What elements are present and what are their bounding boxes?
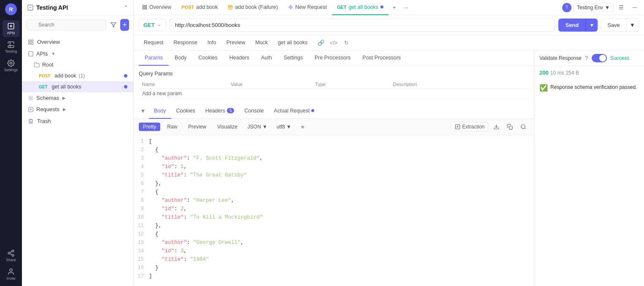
sidebar-requests-section[interactable]: Requests ▶	[22, 104, 133, 115]
param-tab-params[interactable]: Params	[139, 51, 169, 66]
send-group: Send ▼	[558, 19, 598, 32]
req-tab-info[interactable]: Info	[202, 35, 221, 51]
copy-button[interactable]	[504, 121, 515, 132]
more-tabs-button[interactable]: ···	[400, 2, 412, 13]
json-type-selector[interactable]: JSON ▼	[244, 123, 271, 131]
req-tab-get-all-books[interactable]: get all books	[273, 35, 313, 51]
minimize-button[interactable]: ─	[629, 2, 641, 13]
add-button[interactable]: +	[120, 19, 129, 31]
sidebar-apis-section[interactable]: APIs ▼	[22, 48, 133, 59]
sidebar-trash[interactable]: Trash	[22, 115, 133, 127]
add-param-row[interactable]: Add a new param	[139, 89, 529, 99]
sidebar-item-settings[interactable]: Settings	[3, 57, 19, 74]
svg-rect-13	[31, 43, 33, 44]
add-tab-button[interactable]: +	[388, 2, 400, 13]
refresh-icon-button[interactable]: ↻	[341, 38, 351, 48]
sidebar-item-invite[interactable]: Invite	[3, 266, 19, 283]
help-icon[interactable]: ?	[585, 55, 588, 61]
link-icon-button[interactable]: 🔗	[316, 38, 326, 48]
tree-get-all-books[interactable]: GET get all books	[22, 81, 133, 92]
hamburger-button[interactable]: ☰	[615, 2, 627, 13]
search-wrapper: 🔍	[26, 19, 106, 30]
send-button[interactable]: Send	[558, 19, 585, 32]
svg-rect-22	[143, 8, 145, 9]
save-button[interactable]: Save	[601, 19, 626, 32]
sidebar-item-share[interactable]: Share	[3, 247, 19, 264]
overview-icon	[28, 39, 34, 45]
encoding-selector[interactable]: utf8 ▼	[273, 123, 295, 131]
tab-post-add-book[interactable]: POST add book	[176, 0, 223, 15]
param-tab-pre-processors[interactable]: Pre Processors	[309, 51, 356, 66]
get-tab-badge: GET	[337, 5, 347, 10]
download-button[interactable]	[491, 121, 502, 132]
save-chevron-button[interactable]: ▼	[626, 19, 639, 32]
wrap-button[interactable]: ≡	[297, 121, 308, 132]
format-preview-button[interactable]: Preview	[184, 123, 210, 131]
filter-button[interactable]	[109, 19, 118, 31]
param-tab-auth[interactable]: Auth	[255, 51, 278, 66]
param-tabs: Params Body Cookies Headers Auth Setting…	[134, 51, 534, 66]
sidebar-chevron-icon[interactable]: ⌃	[124, 5, 128, 11]
sidebar-item-testing[interactable]: Testing	[3, 39, 19, 56]
send-chevron-button[interactable]: ▼	[585, 19, 598, 32]
params-table: Name Value Type Description Add a new pa…	[139, 80, 529, 99]
svg-line-5	[10, 254, 12, 255]
tree-post-add-book[interactable]: POST add book (1)	[22, 70, 133, 81]
format-pretty-button[interactable]: Pretty	[139, 123, 160, 131]
req-tab-mock[interactable]: Mock	[250, 35, 273, 51]
param-tab-settings[interactable]: Settings	[278, 51, 309, 66]
response-tab-cookies[interactable]: Cookies	[171, 104, 200, 119]
param-tab-headers[interactable]: Headers	[224, 51, 255, 66]
search-input[interactable]	[26, 19, 106, 30]
svg-point-1	[10, 62, 12, 64]
sidebar-header: Testing API ⌃	[22, 0, 133, 16]
apis-icon	[28, 51, 34, 57]
response-area: ▼ Body Cookies Headers 5 Console	[134, 104, 534, 286]
get-tab-dot	[380, 5, 383, 8]
encoding-chevron-icon: ▼	[286, 124, 291, 130]
collapse-button[interactable]: ▼	[139, 108, 147, 114]
env-avatar: T	[562, 3, 571, 12]
format-visualize-button[interactable]: Visualize	[213, 123, 242, 131]
requests-icon	[28, 107, 34, 112]
tab-get-all-books[interactable]: GET get all books	[332, 0, 388, 15]
post-dot	[124, 74, 127, 78]
response-tab-console[interactable]: Console	[239, 104, 269, 119]
user-avatar[interactable]: R	[5, 3, 17, 15]
tab-add-book-failure[interactable]: add book (Failure)	[223, 0, 283, 15]
req-tab-response[interactable]: Response	[169, 35, 202, 51]
code-line: 14 "id": 3,	[134, 248, 534, 257]
sidebar-schemas-section[interactable]: Schemas ▶	[22, 92, 133, 104]
sidebar-search-row: 🔍 +	[22, 16, 133, 34]
param-tab-post-processors[interactable]: Post Processors	[356, 51, 407, 66]
response-tab-body[interactable]: Body	[149, 104, 171, 119]
sidebar-item-apis[interactable]: APIs	[3, 20, 19, 37]
code-line: 2 {	[134, 147, 534, 155]
toggle-knob	[599, 55, 606, 61]
req-tab-request[interactable]: Request	[139, 35, 169, 51]
req-tab-preview[interactable]: Preview	[221, 35, 250, 51]
tab-overview[interactable]: Overview	[137, 0, 176, 15]
col-type: Type	[312, 80, 389, 89]
extraction-button[interactable]: Extraction	[451, 122, 488, 131]
svg-point-15	[30, 97, 31, 98]
validate-toggle[interactable]	[592, 54, 607, 62]
tree-root[interactable]: Root	[22, 59, 133, 70]
check-icon: ✅	[539, 84, 548, 92]
response-tab-actual-request[interactable]: Actual Request	[269, 104, 319, 119]
param-tab-cookies[interactable]: Cookies	[193, 51, 224, 66]
env-selector[interactable]: Testing Env ▼	[573, 3, 614, 12]
response-tab-headers[interactable]: Headers 5	[200, 104, 240, 119]
apis-chevron-icon: ▼	[51, 51, 55, 56]
method-selector[interactable]: GET	[139, 19, 166, 31]
add-param-cell[interactable]: Add a new param	[139, 89, 529, 99]
url-input[interactable]	[170, 19, 555, 32]
sidebar-nav-overview[interactable]: Overview	[22, 36, 133, 48]
code-line: 5 "title": "The Great Gatsby"	[134, 172, 534, 181]
search-response-button[interactable]	[518, 121, 529, 132]
tab-new-request[interactable]: New Request	[283, 0, 332, 15]
format-raw-button[interactable]: Raw	[163, 123, 181, 131]
code-icon-button[interactable]: </>	[329, 38, 339, 48]
param-tab-body[interactable]: Body	[169, 51, 193, 66]
right-panel: Validate Response ? Success 200 10 ms 25…	[534, 51, 644, 286]
